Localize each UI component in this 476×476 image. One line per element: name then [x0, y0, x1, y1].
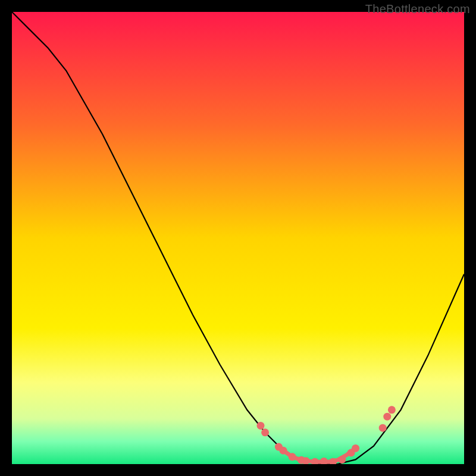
sample-dot — [383, 413, 391, 421]
sample-dot — [257, 422, 265, 430]
sample-dot — [379, 424, 387, 432]
sample-dot — [289, 453, 296, 461]
sample-dot — [261, 428, 269, 436]
chart-frame — [12, 12, 464, 464]
sample-dot — [388, 406, 396, 414]
chart-svg — [12, 12, 464, 464]
sample-dot — [280, 447, 287, 455]
watermark-text: TheBottleneck.com — [365, 2, 470, 16]
sample-dot — [338, 456, 346, 464]
sample-dot — [352, 444, 359, 452]
gradient-background — [12, 12, 464, 464]
